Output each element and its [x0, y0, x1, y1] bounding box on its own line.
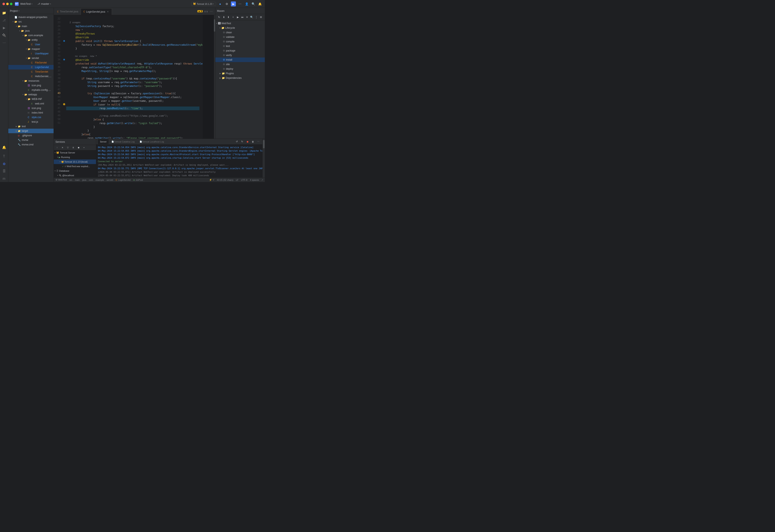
tomcat-selector[interactable]: 🐱 Tomcat 10.1.23 ▾ [191, 2, 216, 6]
log-restart-icon[interactable]: ↺ [234, 139, 239, 144]
tree-item-mvnw-cmd[interactable]: 🔧 mvnw.cmd [8, 142, 54, 147]
tree-item-src[interactable]: ▾ 📂 src [8, 19, 54, 24]
services-running-section[interactable]: ▾ ▶ Running [54, 155, 96, 159]
file-explorer-icon[interactable]: 📁 [1, 10, 7, 16]
services-database[interactable]: ▾ 🗄 Database [54, 169, 96, 173]
log-clear-icon[interactable]: 🗑 [250, 139, 255, 144]
tree-item-java[interactable]: ▾ 📂 java [8, 29, 54, 33]
chevron-up-icon[interactable]: ∧ [204, 10, 206, 13]
project-tree[interactable]: 📄 maven-wrapper.properties ▾ 📂 src ▾ 📂 m… [8, 14, 54, 182]
project-selector[interactable]: WebTest ▾ [20, 2, 32, 5]
tree-item-index[interactable]: H index.html [8, 110, 54, 115]
maven-reimport-icon[interactable]: ⬇ [222, 15, 226, 20]
tree-item-webapp-icon[interactable]: 🖼 icon.png [8, 106, 54, 110]
tree-item-com-example[interactable]: ▾ 📂 com.example [8, 33, 54, 38]
log-tab-catalina[interactable]: 📄 Tomcat Catalina Log [109, 139, 136, 144]
log-scrollbar[interactable] [262, 139, 265, 177]
close-button[interactable] [2, 3, 5, 5]
tree-item-usermapper[interactable]: I UserMapper [8, 51, 54, 56]
services-filter-icon[interactable]: ▽ [65, 145, 70, 150]
tree-item-servlet[interactable]: ▾ 📂 servlet [8, 56, 54, 60]
services-stop-icon[interactable]: ⏹ [76, 145, 81, 150]
run-button[interactable]: ▶ [231, 1, 236, 6]
tree-item-entity[interactable]: ▾ 📂 entity [8, 38, 54, 42]
terminal-icon[interactable]: T [1, 153, 7, 160]
tab-loginservlet[interactable]: C LoginServlet.java ✕ [81, 8, 112, 15]
maven-plugins-section[interactable]: ▶ 📁 Plugins [215, 71, 265, 76]
more-tools-icon[interactable]: ⋯ [1, 39, 7, 46]
maven-close-icon[interactable]: ✕ [245, 15, 249, 20]
run-configs-icon[interactable]: ▶ [1, 24, 7, 31]
services-up-icon[interactable]: ↑ [55, 145, 60, 150]
tree-item-user[interactable]: C User [8, 42, 54, 47]
log-reload-icon[interactable]: ↻ [239, 139, 244, 144]
maven-clean-item[interactable]: ⚙ clean [215, 30, 265, 35]
maven-dependencies-section[interactable]: ▶ 📁 Dependencies [215, 76, 265, 80]
status-expand-icon[interactable]: ⤢ [261, 179, 263, 181]
tree-item-timeservlet[interactable]: C TimeServlet [8, 69, 54, 74]
maven-tree-icon[interactable]: ⋮ [254, 15, 258, 20]
more-options-icon[interactable]: ⋯ [237, 1, 242, 6]
services-pause-icon[interactable]: ⏸ [71, 145, 76, 150]
maven-search-icon[interactable]: 🔍 [250, 15, 254, 20]
minimize-button[interactable] [6, 3, 9, 5]
settings-icon[interactable]: ⚙ [224, 1, 229, 6]
tree-item-gitignore[interactable]: ◎ .gitignore [8, 133, 54, 138]
tab-timeservlet[interactable]: C TimeServlet.java [55, 8, 81, 15]
tree-item-target[interactable]: ▶ 📁 target [8, 129, 54, 133]
maven-compile-item[interactable]: ⚙ compile [215, 39, 265, 44]
log-stop-icon[interactable]: ⏹ [245, 139, 250, 144]
maven-download-icon[interactable]: ⬇ [226, 15, 231, 20]
tree-item-mvnw[interactable]: 🔧 mvnw [8, 138, 54, 142]
tree-item-helloservlet[interactable]: C HelloServlet.java [8, 74, 54, 79]
notifications-rail-icon[interactable]: 🔔 [1, 144, 7, 151]
tree-item-style[interactable]: C style.css [8, 115, 54, 120]
maven-site-item[interactable]: ⚙ site [215, 62, 265, 67]
services-tomcat-server[interactable]: ▾ 🐱 Tomcat Server [54, 150, 96, 155]
tree-item-test[interactable]: ▶ 📁 test [8, 124, 54, 129]
tree-item-webxml[interactable]: X web.xml [8, 101, 54, 106]
maven-skip-icon[interactable]: ⏭ [240, 15, 245, 20]
plugins-icon[interactable]: 🔌 [1, 32, 7, 38]
maven-package-item[interactable]: ⚙ package [215, 48, 265, 53]
services-localhost[interactable]: ▾ 🔌 @localhost [54, 173, 96, 177]
vcs-icon[interactable]: ⎇ [1, 17, 7, 24]
tree-item-maven-wrapper[interactable]: 📄 maven-wrapper.properties [8, 15, 54, 19]
tree-item-testjs[interactable]: J test.js [8, 120, 54, 124]
user-icon[interactable]: 👤 [244, 1, 249, 6]
services-webtest-war[interactable]: ✓ ⬆ WebTest:war explod... [54, 164, 96, 169]
tree-item-webapp[interactable]: ▾ 📂 webapp [8, 92, 54, 97]
log-tab-localhost[interactable]: 📄 Tomcat Localhost Log [138, 139, 166, 144]
log-more-icon[interactable]: ⋯ [256, 139, 261, 144]
maven-deploy-item[interactable]: ⚙ deploy [215, 67, 265, 71]
maven-verify-item[interactable]: ⚙ verify [215, 53, 265, 58]
maven-install-item[interactable]: ⚙ install [215, 58, 265, 62]
maven-test-item[interactable]: ⚙ test [215, 44, 265, 48]
search-icon[interactable]: 🔍 [251, 1, 256, 6]
tree-item-main[interactable]: ▾ 📂 main [8, 24, 54, 29]
maven-rail-icon[interactable]: m [1, 175, 7, 182]
avatar-button[interactable]: ● [218, 1, 223, 6]
maven-run-icon[interactable]: ▶ [236, 15, 240, 20]
maven-validate-item[interactable]: ⚙ validate [215, 35, 265, 39]
maven-add-icon[interactable]: + [231, 15, 235, 20]
database-icon[interactable]: 🗄 [1, 168, 7, 175]
editor-more-icon[interactable]: ⋯ [210, 10, 213, 13]
tree-item-webinf[interactable]: ▾ 📂 WEB-INF [8, 97, 54, 101]
branch-selector[interactable]: ⎇ master ▾ [37, 2, 51, 5]
notifications-icon[interactable]: 🔔 [257, 1, 262, 6]
log-tab-server[interactable]: Server [98, 139, 109, 144]
tree-item-mybatis[interactable]: X mybatis-config.xml [8, 88, 54, 92]
maven-settings-icon[interactable]: ⚙ [259, 15, 263, 20]
maximize-button[interactable] [10, 3, 12, 5]
tree-item-fileservlet[interactable]: C FileServlet [8, 60, 54, 65]
services-add-icon[interactable]: + [81, 145, 86, 150]
maven-lifecycle-section[interactable]: ▾ 📁 Lifecycle [215, 26, 265, 30]
services-close-icon[interactable]: ✕ [60, 145, 65, 150]
tree-item-mapper[interactable]: ▾ 📂 mapper [8, 47, 54, 51]
services-tomcat-version[interactable]: ▾ 🐱 Tomcat 10.1.23 [local] [54, 159, 96, 164]
maven-project-item[interactable]: ▾ 🅼 WebTest [215, 21, 265, 26]
tree-item-icon-png[interactable]: 🖼 icon.png [8, 83, 54, 88]
maven-refresh-icon[interactable]: ↻ [217, 15, 221, 20]
services-icon[interactable]: ⚙ [1, 161, 7, 167]
